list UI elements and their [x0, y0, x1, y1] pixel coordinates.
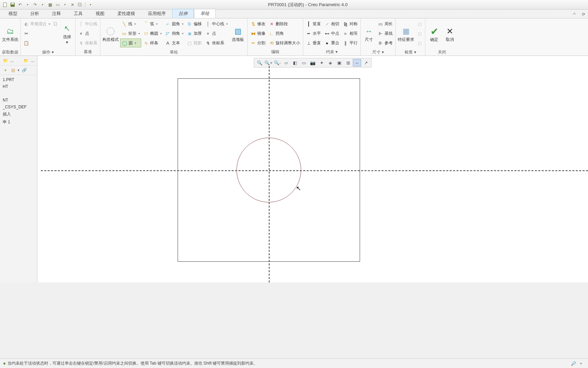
zoom-fit-icon[interactable]: 🔍: [256, 59, 264, 66]
repaint-icon[interactable]: ▱: [282, 59, 290, 66]
btn-ok[interactable]: ✔ 确定: [427, 19, 442, 49]
btn-symmetric[interactable]: ⧎对称: [341, 19, 359, 28]
tab-flex[interactable]: 柔性建模: [111, 9, 142, 18]
find-icon[interactable]: 🔎: [570, 361, 577, 367]
btn-palette[interactable]: ▧ 选项板: [230, 19, 246, 49]
btn-arc[interactable]: ⌒弧▾: [142, 19, 163, 28]
copy-icon[interactable]: ⿻: [77, 2, 83, 8]
tree-item-insert[interactable]: 插入: [1, 110, 36, 118]
btn-inspect-2[interactable]: ◻: [415, 29, 424, 38]
btn-rect[interactable]: ▭矩形▾: [120, 29, 141, 38]
tree-item-ext1[interactable]: 申 1: [1, 118, 36, 126]
tab-annotate[interactable]: 注释: [46, 9, 67, 18]
btn-ellipse[interactable]: ⬭椭圆▾: [142, 29, 163, 38]
tree-item-ht[interactable]: HT: [1, 83, 36, 90]
btn-inspect-1[interactable]: ◻: [415, 19, 424, 28]
btn-feature-req[interactable]: ▦ 特征要求: [397, 19, 415, 49]
btn-project[interactable]: ▢投影: [185, 39, 203, 47]
zoom-in-icon[interactable]: 🔍+: [264, 59, 273, 66]
redo-dd-icon[interactable]: ▾: [39, 2, 46, 8]
btn-construction-mode[interactable]: 构造模式: [102, 19, 119, 49]
datum-display-icon[interactable]: ◈: [326, 59, 334, 66]
btn-text[interactable]: A文本: [164, 39, 185, 47]
new-file-icon[interactable]: [2, 2, 8, 8]
btn-modify[interactable]: ⇅修改: [249, 19, 267, 28]
qat-customize-icon[interactable]: ▾: [87, 2, 94, 8]
btn-horizontal[interactable]: ━水平: [305, 29, 322, 38]
close-win-icon[interactable]: ✕: [69, 2, 76, 8]
btn-parallel[interactable]: ∥平行: [341, 39, 359, 47]
btn-mirror[interactable]: ⧓镜像: [249, 29, 267, 38]
tab-apps[interactable]: 应用程序: [142, 9, 172, 18]
btn-spline[interactable]: ∿样条: [142, 39, 163, 47]
tab-model[interactable]: 模型: [2, 9, 24, 18]
nav-row-2[interactable]: ▾ ▤▾ 🔗: [0, 65, 37, 75]
saved-views-icon[interactable]: ▭: [300, 59, 308, 66]
constraint-display-icon[interactable]: ↗: [362, 59, 370, 66]
ribbon-collapse-icon[interactable]: ㅅ: [570, 10, 579, 18]
tab-sketch[interactable]: 草绘: [194, 9, 216, 18]
btn-centerline[interactable]: ┊中心线: [77, 19, 99, 28]
btn-centerline2[interactable]: ┊中心线▾: [204, 19, 229, 28]
btn-point2[interactable]: ×点: [204, 29, 229, 38]
status-dd-icon[interactable]: ▾: [577, 361, 585, 367]
redo-icon[interactable]: ↷: [32, 2, 38, 8]
btn-corner[interactable]: ∟拐角: [267, 29, 301, 38]
btn-line[interactable]: ╲线▾: [120, 19, 141, 28]
btn-csys2[interactable]: ↯坐标系: [204, 39, 229, 47]
tree-item-prt[interactable]: 1.PRT: [1, 76, 36, 83]
tab-view[interactable]: 视图: [89, 9, 111, 18]
btn-select[interactable]: ↖ 选择 ▾: [60, 19, 74, 49]
btn-blend[interactable]: ◐常规混合▾⿻: [22, 19, 60, 28]
tab-extrude[interactable]: 拉伸: [172, 9, 194, 18]
btn-vertical[interactable]: ┃竖直: [305, 19, 322, 28]
graphics-canvas[interactable]: 🔍 🔍+ 🔍- ▱ ◧ ▭ 📷 ✦ ◈ ▣ ⊞ ↔ ↗ ↖: [37, 56, 588, 282]
sketch-view-icon[interactable]: ⊞: [344, 59, 352, 66]
window-icon[interactable]: ▭: [54, 2, 61, 8]
nav-row-1[interactable]: 📁... 📁...: [0, 56, 37, 65]
btn-csys[interactable]: ↯坐标系: [77, 39, 99, 47]
svg-point-3: [107, 28, 114, 35]
btn-paste[interactable]: 📋: [22, 39, 60, 47]
btn-cut[interactable]: ✂: [22, 29, 60, 38]
perspective-icon[interactable]: ▣: [335, 59, 343, 66]
tab-tools[interactable]: 工具: [67, 9, 89, 18]
btn-perpendicular[interactable]: ⊥垂直: [305, 39, 322, 47]
btn-dimension[interactable]: ↔ 尺寸: [362, 19, 376, 49]
btn-chamfer[interactable]: ◸倒角▾: [164, 29, 185, 38]
btn-circle[interactable]: ◯圆▾: [120, 39, 141, 47]
undo-dd-icon[interactable]: ▾: [24, 2, 31, 8]
btn-thicken[interactable]: ≣加厚: [185, 29, 203, 38]
tree-item-csys[interactable]: _CSYS_DEF: [1, 104, 36, 110]
btn-midpoint[interactable]: ⊷中点: [323, 29, 341, 38]
btn-equal[interactable]: =相等: [341, 29, 359, 38]
btn-fillet[interactable]: ⌐圆角▾: [164, 19, 185, 28]
save-icon[interactable]: [10, 2, 16, 8]
btn-coincident[interactable]: ●重合: [323, 39, 341, 47]
tree-item-nt[interactable]: NT: [1, 97, 36, 104]
btn-tangent[interactable]: ⟋相切: [323, 19, 341, 28]
btn-divide[interactable]: ✂分割: [249, 39, 267, 47]
camera-icon[interactable]: 📷: [309, 59, 317, 66]
tab-analyze[interactable]: 分析: [24, 9, 46, 18]
btn-delete-seg[interactable]: ✕删除段: [267, 19, 301, 28]
dim-display-icon[interactable]: ↔: [353, 59, 361, 66]
display-style-icon[interactable]: ✦: [317, 59, 326, 66]
btn-cancel[interactable]: ✕ 取消: [442, 19, 457, 49]
btn-point[interactable]: ×点: [77, 29, 99, 38]
btn-filesystem[interactable]: 🗂 文件系统: [1, 19, 19, 49]
sketch-circle[interactable]: [236, 138, 301, 202]
btn-reference[interactable]: ⊪参考: [376, 39, 394, 47]
ribbon-help-icon[interactable]: ⟳: [579, 11, 588, 18]
btn-baseline[interactable]: ⊩基线: [376, 29, 394, 38]
window-dd-icon[interactable]: ▾: [62, 2, 68, 8]
point2-icon: ×: [205, 31, 211, 36]
undo-icon[interactable]: ↶: [17, 2, 23, 8]
btn-inspect-3[interactable]: ◻: [415, 39, 424, 47]
regen-icon[interactable]: ▦: [47, 2, 53, 8]
btn-perimeter[interactable]: ▭周长: [376, 19, 394, 28]
shade-icon[interactable]: ◧: [291, 59, 299, 66]
btn-rotate-resize[interactable]: ⟲旋转调整大小: [267, 39, 301, 47]
btn-offset[interactable]: ⎘偏移: [185, 19, 203, 28]
zoom-out-icon[interactable]: 🔍-: [273, 59, 281, 66]
